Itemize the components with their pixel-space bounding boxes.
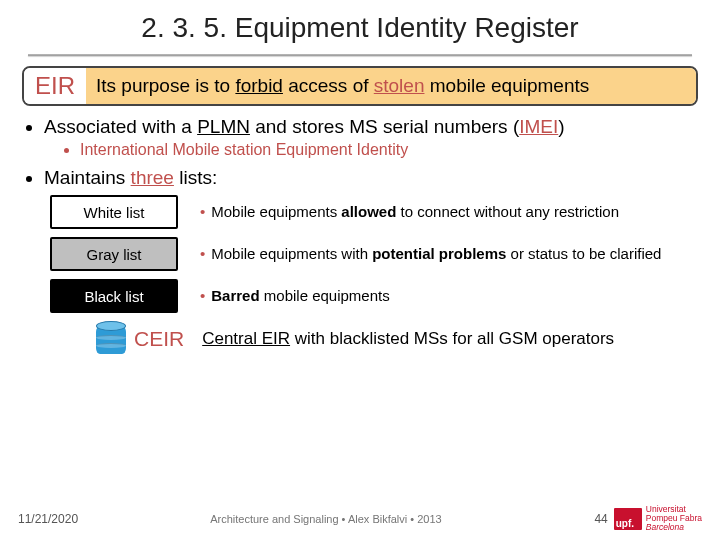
white-list-desc: •Mobile equipments allowed to connect wi…: [178, 203, 698, 222]
footer-center: Architecture and Signaling • Alex Bikfal…: [78, 513, 574, 525]
ceir-label: CEIR: [134, 327, 184, 351]
black-list-box: Black list: [50, 279, 178, 313]
ceir-row: CEIR Central EIR with blacklisted MSs fo…: [96, 321, 698, 357]
black-list-desc: •Barred mobile equipments: [178, 287, 698, 306]
list-row-gray: Gray list •Mobile equipments with potent…: [50, 237, 698, 271]
bullet-associated: Associated with a PLMN and stores MS ser…: [44, 116, 698, 159]
ceir-text: Central EIR with blacklisted MSs for all…: [202, 329, 614, 349]
slide-title: 2. 3. 5. Equipment Identity Register: [40, 12, 680, 44]
subbullet-imei: International Mobile station Equipment I…: [80, 141, 698, 159]
footer: 11/21/2020 Architecture and Signaling • …: [0, 505, 720, 532]
bullet-maintains: Maintains three lists:: [44, 167, 698, 189]
page-number: 44: [574, 512, 614, 526]
white-list-box: White list: [50, 195, 178, 229]
title-divider: [28, 54, 692, 56]
list-row-white: White list •Mobile equipments allowed to…: [50, 195, 698, 229]
upf-logo: upf. Universitat Pompeu Fabra Barcelona: [614, 505, 702, 532]
eir-badge: EIR: [24, 68, 86, 104]
footer-date: 11/21/2020: [18, 512, 78, 526]
database-icon: [96, 321, 126, 357]
purpose-callout: EIR Its purpose is to forbid access of s…: [22, 66, 698, 106]
gray-list-desc: •Mobile equipments with potential proble…: [178, 245, 698, 264]
upf-mark-icon: upf.: [614, 508, 642, 530]
purpose-text: Its purpose is to forbid access of stole…: [86, 68, 696, 104]
gray-list-box: Gray list: [50, 237, 178, 271]
three-lists: White list •Mobile equipments allowed to…: [50, 195, 698, 313]
upf-logo-text: Universitat Pompeu Fabra Barcelona: [646, 505, 702, 532]
list-row-black: Black list •Barred mobile equipments: [50, 279, 698, 313]
